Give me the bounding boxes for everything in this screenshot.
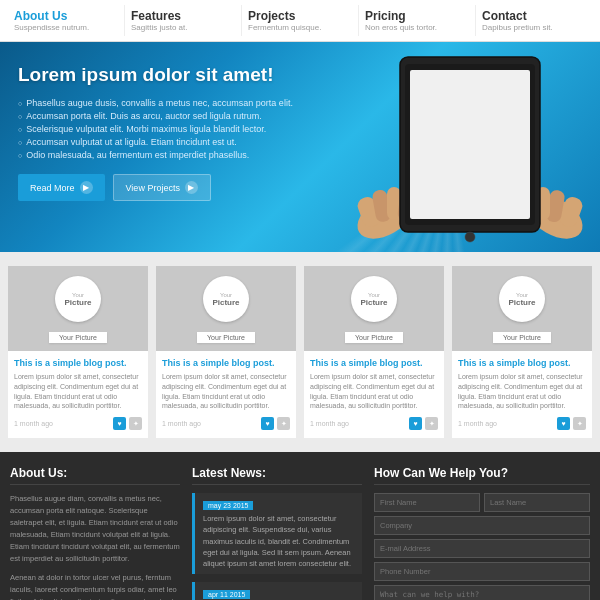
tablet-hands-svg xyxy=(340,42,600,252)
blog-date-3: 1 month ago xyxy=(310,420,349,427)
blog-like-icon-3[interactable]: ♥ xyxy=(409,417,422,430)
hero-content: Lorem ipsum dolor sit amet! ○ Phasellus … xyxy=(18,64,308,201)
view-projects-button[interactable]: View Projects ▶ xyxy=(113,174,211,201)
footer-news-heading: Latest News: xyxy=(192,466,362,485)
blog-card: Your Picture Your Picture This is a simp… xyxy=(156,266,296,438)
footer-about-p2: Aenean at dolor in tortor ulcer vel puru… xyxy=(10,572,180,600)
hero-list-item: ○ Accumsan vulputat ut at ligula. Etiam … xyxy=(18,137,308,147)
hero-buttons: Read More ▶ View Projects ▶ xyxy=(18,174,308,201)
blog-comment-icon-3[interactable]: ✦ xyxy=(425,417,438,430)
blog-comment-icon-2[interactable]: ✦ xyxy=(277,417,290,430)
svg-rect-12 xyxy=(410,70,530,219)
blog-image-4: Your Picture Your Picture xyxy=(452,266,592,351)
news-item-2: apr 11 2015 Lorem ipsum dolor sit amet, … xyxy=(192,582,362,600)
nav-sub-features: Sagittis justo at. xyxy=(131,23,235,32)
footer-contact-col: How Can We Help You? Submit xyxy=(374,466,590,600)
news-text-1: Lorem ipsum dolor sit amet, consectetur … xyxy=(203,513,354,569)
first-name-input[interactable] xyxy=(374,493,480,512)
blog-card-title-3: This is a simple blog post. xyxy=(310,358,438,368)
news-item-1: may 23 2015 Lorem ipsum dolor sit amet, … xyxy=(192,493,362,574)
blog-like-icon-2[interactable]: ♥ xyxy=(261,417,274,430)
blog-card-title-2: This is a simple blog post. xyxy=(162,358,290,368)
blog-comment-icon-1[interactable]: ✦ xyxy=(129,417,142,430)
blog-card-text-1: Lorem ipsum dolor sit amet, consectetur … xyxy=(14,372,142,411)
hero-list: ○ Phasellus augue dusis, convallis a met… xyxy=(18,98,308,160)
footer-news-col: Latest News: may 23 2015 Lorem ipsum dol… xyxy=(192,466,362,600)
blog-date-2: 1 month ago xyxy=(162,420,201,427)
nav-title-pricing: Pricing xyxy=(365,9,469,23)
nav-title-projects: Projects xyxy=(248,9,352,23)
footer-about-p1: Phasellus augue diam, convallis a metus … xyxy=(10,493,180,565)
nav-item-features[interactable]: Features Sagittis justo at. xyxy=(125,5,242,36)
nav-item-about[interactable]: About Us Suspendisse nutrum. xyxy=(8,5,125,36)
nav-title-features: Features xyxy=(131,9,235,23)
blog-ribbon-1: Your Picture xyxy=(18,332,138,343)
news-date-2: apr 11 2015 xyxy=(203,590,250,599)
blog-card-text-4: Lorem ipsum dolor sit amet, consectetur … xyxy=(458,372,586,411)
hero-list-item: ○ Scelerisque vulputat elit. Morbi maxim… xyxy=(18,124,308,134)
blog-date-1: 1 month ago xyxy=(14,420,53,427)
blog-like-icon-1[interactable]: ♥ xyxy=(113,417,126,430)
last-name-input[interactable] xyxy=(484,493,590,512)
footer-about-col: About Us: Phasellus augue diam, convalli… xyxy=(10,466,180,600)
blog-card: Your Picture Your Picture This is a simp… xyxy=(8,266,148,438)
blog-like-icon-4[interactable]: ♥ xyxy=(557,417,570,430)
nav-title-contact: Contact xyxy=(482,9,586,23)
nav-sub-about: Suspendisse nutrum. xyxy=(14,23,118,32)
blog-ribbon-4: Your Picture xyxy=(462,332,582,343)
blog-image-3: Your Picture Your Picture xyxy=(304,266,444,351)
email-input[interactable] xyxy=(374,539,590,558)
hero-list-item: ○ Phasellus augue dusis, convallis a met… xyxy=(18,98,308,108)
blog-image-2: Your Picture Your Picture xyxy=(156,266,296,351)
footer-section: About Us: Phasellus augue diam, convalli… xyxy=(0,452,600,600)
blog-section: Your Picture Your Picture This is a simp… xyxy=(0,252,600,452)
blog-badge-1: Your Picture xyxy=(55,276,101,322)
blog-image-1: Your Picture Your Picture xyxy=(8,266,148,351)
read-more-icon: ▶ xyxy=(80,181,93,194)
blog-card-title-4: This is a simple blog post. xyxy=(458,358,586,368)
blog-card-title-1: This is a simple blog post. xyxy=(14,358,142,368)
nav-sub-pricing: Non eros quis tortor. xyxy=(365,23,469,32)
footer-contact-heading: How Can We Help You? xyxy=(374,466,590,485)
hero-list-item: ○ Accumsan porta elit. Duis as arcu, auc… xyxy=(18,111,308,121)
blog-badge-4: Your Picture xyxy=(499,276,545,322)
company-input[interactable] xyxy=(374,516,590,535)
nav-sub-projects: Fermentum quisque. xyxy=(248,23,352,32)
blog-badge-3: Your Picture xyxy=(351,276,397,322)
blog-badge-2: Your Picture xyxy=(203,276,249,322)
footer-about-heading: About Us: xyxy=(10,466,180,485)
nav-item-pricing[interactable]: Pricing Non eros quis tortor. xyxy=(359,5,476,36)
hero-section: Lorem ipsum dolor sit amet! ○ Phasellus … xyxy=(0,42,600,252)
blog-card-text-2: Lorem ipsum dolor sit amet, consectetur … xyxy=(162,372,290,411)
nav-item-contact[interactable]: Contact Dapibus pretium sit. xyxy=(476,5,592,36)
blog-grid: Your Picture Your Picture This is a simp… xyxy=(8,266,592,438)
nav-item-projects[interactable]: Projects Fermentum quisque. xyxy=(242,5,359,36)
read-more-button[interactable]: Read More ▶ xyxy=(18,174,105,201)
news-date-1: may 23 2015 xyxy=(203,501,253,510)
hero-list-item: ○ Odio malesuada, au fermentum est imper… xyxy=(18,150,308,160)
nav-title-about: About Us xyxy=(14,9,118,23)
blog-date-4: 1 month ago xyxy=(458,420,497,427)
main-nav: About Us Suspendisse nutrum. Features Sa… xyxy=(0,0,600,42)
blog-card-text-3: Lorem ipsum dolor sit amet, consectetur … xyxy=(310,372,438,411)
hero-image xyxy=(335,42,600,252)
blog-ribbon-2: Your Picture xyxy=(166,332,286,343)
nav-sub-contact: Dapibus pretium sit. xyxy=(482,23,586,32)
blog-ribbon-3: Your Picture xyxy=(314,332,434,343)
help-textarea[interactable] xyxy=(374,585,590,600)
hero-title: Lorem ipsum dolor sit amet! xyxy=(18,64,308,86)
blog-card: Your Picture Your Picture This is a simp… xyxy=(304,266,444,438)
phone-input[interactable] xyxy=(374,562,590,581)
blog-card: Your Picture Your Picture This is a simp… xyxy=(452,266,592,438)
view-projects-icon: ▶ xyxy=(185,181,198,194)
blog-comment-icon-4[interactable]: ✦ xyxy=(573,417,586,430)
svg-point-13 xyxy=(465,232,475,242)
